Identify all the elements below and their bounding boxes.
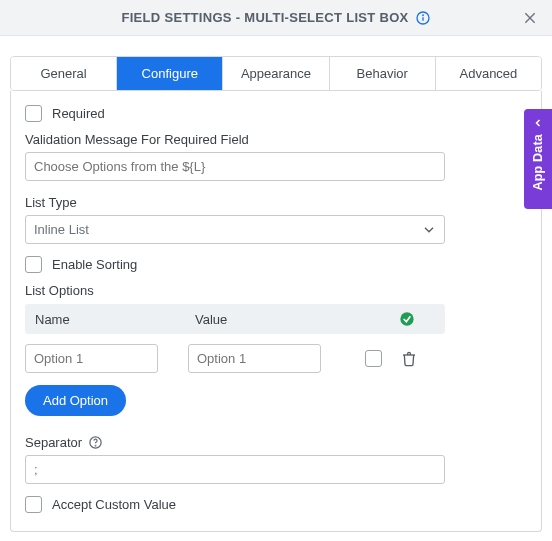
info-icon[interactable]	[415, 9, 431, 26]
enable-sorting-label: Enable Sorting	[52, 257, 137, 272]
separator-input[interactable]	[25, 455, 445, 484]
required-checkbox[interactable]	[25, 105, 42, 122]
validation-message-input[interactable]	[25, 152, 445, 181]
list-type-select[interactable]	[25, 215, 445, 244]
list-options-label: List Options	[25, 283, 527, 298]
tab-advanced[interactable]: Advanced	[436, 57, 541, 90]
check-circle-icon	[399, 311, 415, 327]
dialog-title: FIELD SETTINGS - MULTI-SELECT LIST BOX	[121, 10, 408, 25]
dialog-title-wrap: FIELD SETTINGS - MULTI-SELECT LIST BOX	[121, 9, 430, 26]
chevron-left-icon	[532, 117, 544, 132]
validation-label: Validation Message For Required Field	[25, 132, 527, 147]
accept-custom-checkbox[interactable]	[25, 496, 42, 513]
tab-configure[interactable]: Configure	[117, 57, 223, 90]
svg-point-2	[422, 15, 423, 16]
close-button[interactable]	[518, 6, 542, 30]
tab-bar: General Configure Appearance Behavior Ad…	[10, 56, 542, 91]
options-header: Name Value	[25, 304, 445, 334]
separator-label-row: Separator	[25, 434, 527, 450]
delete-option-button[interactable]	[401, 350, 417, 367]
option-default-checkbox[interactable]	[365, 350, 382, 367]
tab-general[interactable]: General	[11, 57, 117, 90]
required-label: Required	[52, 106, 105, 121]
col-value-header: Value	[195, 312, 379, 327]
dialog-header: FIELD SETTINGS - MULTI-SELECT LIST BOX	[0, 0, 552, 36]
tab-appearance[interactable]: Appearance	[223, 57, 329, 90]
option-value-input[interactable]	[188, 344, 321, 373]
tab-behavior[interactable]: Behavior	[330, 57, 436, 90]
required-row: Required	[25, 105, 527, 122]
accept-custom-label: Accept Custom Value	[52, 497, 176, 512]
option-row	[25, 344, 527, 373]
help-icon[interactable]	[88, 434, 103, 450]
accept-custom-row: Accept Custom Value	[25, 496, 527, 513]
list-type-label: List Type	[25, 195, 527, 210]
svg-point-5	[400, 312, 413, 325]
col-name-header: Name	[35, 312, 195, 327]
app-data-side-tab[interactable]: App Data	[524, 109, 552, 209]
trash-icon	[401, 351, 417, 367]
separator-label: Separator	[25, 435, 82, 450]
svg-point-7	[95, 445, 96, 446]
add-option-button[interactable]: Add Option	[25, 385, 126, 416]
side-tab-label: App Data	[531, 134, 545, 190]
enable-sorting-row: Enable Sorting	[25, 256, 527, 273]
col-default-header	[379, 311, 435, 327]
enable-sorting-checkbox[interactable]	[25, 256, 42, 273]
configure-panel: Required Validation Message For Required…	[10, 91, 542, 532]
option-name-input[interactable]	[25, 344, 158, 373]
